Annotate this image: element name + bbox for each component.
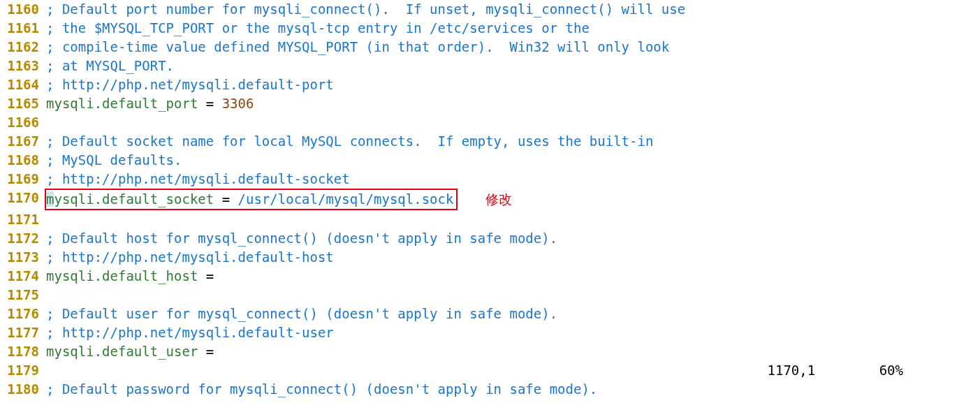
comment-text: ; http://php.net/mysqli.default-host	[46, 249, 334, 265]
ini-key: mysqli.default_user	[46, 344, 198, 359]
line-content[interactable]: ; MySQL defaults.	[46, 151, 980, 170]
code-line[interactable]: 1169; http://php.net/mysqli.default-sock…	[0, 170, 980, 189]
line-content[interactable]: ; http://php.net/mysqli.default-user	[46, 323, 980, 342]
line-content[interactable]: mysqli.default_port = 3306	[46, 94, 980, 113]
ini-key: mysqli.default_host	[46, 268, 198, 284]
status-bar: 1170,1 60%	[736, 342, 980, 399]
annotation-label: 修改	[485, 191, 512, 207]
ini-value: /usr/local/mysql/mysql.sock	[238, 191, 454, 207]
code-line[interactable]: 1162; compile-time value defined MYSQL_P…	[0, 38, 980, 57]
line-number: 1160	[0, 0, 46, 19]
line-number: 1168	[0, 151, 46, 170]
line-content[interactable]	[46, 210, 980, 229]
ini-key: ysqli.default_socket	[54, 191, 214, 207]
comment-text: ; Default host for mysql_connect() (does…	[46, 230, 557, 246]
scroll-percent: 60%	[879, 362, 903, 378]
line-number: 1178	[0, 342, 46, 361]
code-line[interactable]: 1170mysqli.default_socket = /usr/local/m…	[0, 189, 980, 210]
ini-separator: =	[198, 96, 221, 111]
line-content[interactable]: ; Default socket name for local MySQL co…	[46, 132, 980, 151]
line-number: 1170	[0, 189, 46, 210]
line-number: 1164	[0, 75, 46, 94]
code-area[interactable]: 1160; Default port number for mysqli_con…	[0, 0, 980, 399]
code-line[interactable]: 1163; at MYSQL_PORT.	[0, 57, 980, 75]
comment-text: ; http://php.net/mysqli.default-user	[46, 325, 334, 340]
code-line[interactable]: 1164; http://php.net/mysqli.default-port	[0, 75, 980, 94]
ini-value: 3306	[222, 96, 254, 111]
line-content[interactable]: ; Default port number for mysqli_connect…	[46, 0, 980, 19]
comment-text: ; http://php.net/mysqli.default-socket	[46, 171, 350, 186]
line-number: 1172	[0, 229, 46, 248]
ini-separator: =	[198, 268, 214, 284]
code-line[interactable]: 1176; Default user for mysql_connect() (…	[0, 305, 980, 323]
code-line[interactable]: 1177; http://php.net/mysqli.default-user	[0, 323, 980, 342]
comment-text: ; Default socket name for local MySQL co…	[46, 133, 653, 149]
cursor-position: 1170,1	[768, 362, 816, 378]
comment-text: ; Default password for mysqli_connect() …	[46, 381, 597, 397]
code-line[interactable]: 1174mysqli.default_host =	[0, 267, 980, 286]
line-number: 1165	[0, 94, 46, 113]
comment-text: ; at MYSQL_PORT.	[46, 58, 174, 73]
line-number: 1171	[0, 210, 46, 229]
line-content[interactable]: mysqli.default_socket = /usr/local/mysql…	[46, 189, 980, 210]
code-line[interactable]: 1171	[0, 210, 980, 229]
line-number: 1175	[0, 286, 46, 305]
line-content[interactable]: ; Default user for mysql_connect() (does…	[46, 305, 980, 323]
line-content[interactable]	[46, 113, 980, 132]
line-content[interactable]: ; compile-time value defined MYSQL_PORT …	[46, 38, 980, 57]
line-content[interactable]: ; Default host for mysql_connect() (does…	[46, 229, 980, 248]
line-number: 1176	[0, 305, 46, 323]
comment-text: ; the $MYSQL_TCP_PORT or the mysql-tcp e…	[46, 20, 590, 36]
code-line[interactable]: 1175	[0, 286, 980, 305]
line-number: 1174	[0, 267, 46, 286]
code-line[interactable]: 1172; Default host for mysql_connect() (…	[0, 229, 980, 248]
code-line[interactable]: 1165mysqli.default_port = 3306	[0, 94, 980, 113]
comment-text: ; Default user for mysql_connect() (does…	[46, 306, 557, 321]
line-content[interactable]: mysqli.default_host =	[46, 267, 980, 286]
line-number: 1179	[0, 361, 46, 380]
line-content[interactable]: ; at MYSQL_PORT.	[46, 57, 980, 75]
ini-separator: =	[214, 191, 237, 207]
line-number: 1162	[0, 38, 46, 57]
line-number: 1180	[0, 380, 46, 399]
line-number: 1169	[0, 170, 46, 189]
code-line[interactable]: 1166	[0, 113, 980, 132]
comment-text: ; compile-time value defined MYSQL_PORT …	[46, 39, 669, 54]
line-content[interactable]: ; http://php.net/mysqli.default-port	[46, 75, 980, 94]
line-content[interactable]: ; the $MYSQL_TCP_PORT or the mysql-tcp e…	[46, 19, 980, 38]
editor-viewport[interactable]: 1160; Default port number for mysqli_con…	[0, 0, 980, 403]
line-number: 1166	[0, 113, 46, 132]
line-number: 1163	[0, 57, 46, 75]
comment-text: ; http://php.net/mysqli.default-port	[46, 77, 334, 92]
cursor-char: m	[46, 191, 54, 207]
highlight-box: mysqli.default_socket = /usr/local/mysql…	[45, 189, 458, 210]
line-content[interactable]	[46, 286, 980, 305]
code-line[interactable]: 1161; the $MYSQL_TCP_PORT or the mysql-t…	[0, 19, 980, 38]
comment-text: ; MySQL defaults.	[46, 152, 182, 168]
line-number: 1167	[0, 132, 46, 151]
line-number: 1173	[0, 248, 46, 267]
ini-key: mysqli.default_port	[46, 96, 198, 111]
code-line[interactable]: 1168; MySQL defaults.	[0, 151, 980, 170]
comment-text: ; Default port number for mysqli_connect…	[46, 1, 685, 17]
line-content[interactable]: ; http://php.net/mysqli.default-socket	[46, 170, 980, 189]
line-content[interactable]: ; http://php.net/mysqli.default-host	[46, 248, 980, 267]
line-number: 1161	[0, 19, 46, 38]
line-number: 1177	[0, 323, 46, 342]
code-line[interactable]: 1160; Default port number for mysqli_con…	[0, 0, 980, 19]
ini-separator: =	[198, 344, 214, 359]
code-line[interactable]: 1173; http://php.net/mysqli.default-host	[0, 248, 980, 267]
code-line[interactable]: 1167; Default socket name for local MySQ…	[0, 132, 980, 151]
